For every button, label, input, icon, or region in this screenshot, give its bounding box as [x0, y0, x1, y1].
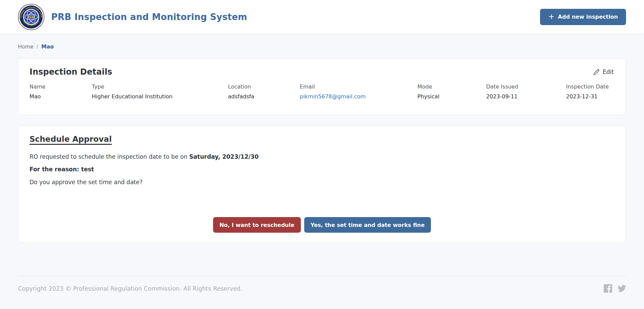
- add-new-inspection-button[interactable]: + Add new inspection: [540, 9, 626, 25]
- field-name-value: Mao: [29, 93, 88, 100]
- main-content: Home / Mao Inspection Details Edit Name …: [0, 34, 644, 243]
- copyright-text: Copyright 2023 © Professional Regulation…: [18, 285, 242, 292]
- field-mode-value: Physical: [417, 93, 482, 100]
- field-name: Name Mao: [29, 83, 92, 100]
- field-inspection-date-label: Inspection Date: [566, 83, 610, 90]
- field-type: Type Higher Educational Institution: [92, 83, 228, 100]
- field-type-label: Type: [92, 83, 224, 90]
- social-links: [604, 284, 626, 293]
- field-inspection-date: Inspection Date 2023-12-31: [566, 83, 615, 100]
- breadcrumb: Home / Mao: [18, 34, 626, 58]
- schedule-request-line: RO requested to schedule the inspection …: [29, 153, 615, 160]
- field-date-issued-label: Date Issued: [486, 83, 562, 90]
- schedule-request-date: Saturday, 2023/12/30: [189, 153, 259, 160]
- field-name-label: Name: [29, 83, 88, 90]
- field-email-label: Email: [300, 83, 413, 90]
- field-date-issued: Date Issued 2023-09-11: [486, 83, 566, 100]
- reschedule-button[interactable]: No, I want to reschedule: [213, 217, 301, 233]
- facebook-icon[interactable]: [604, 284, 612, 293]
- field-date-issued-value: 2023-09-11: [486, 93, 562, 100]
- field-mode-label: Mode: [417, 83, 482, 90]
- field-email: Email pikmin5678@gmail.com: [300, 83, 417, 100]
- schedule-approval-actions: No, I want to reschedule Yes, the set ti…: [29, 217, 615, 233]
- field-location-value: adsfadsfa: [228, 93, 296, 100]
- schedule-question-line: Do you approve the set time and date?: [29, 178, 615, 186]
- inspection-details-card: Inspection Details Edit Name Mao Type Hi…: [18, 58, 626, 115]
- twitter-icon[interactable]: [618, 284, 626, 293]
- breadcrumb-current: Mao: [41, 44, 54, 50]
- pencil-icon: [593, 69, 600, 75]
- app-header: PROFESSIONAL REGULATION COMMISSION REPUB…: [0, 0, 644, 34]
- approve-button[interactable]: Yes, the set time and date works fine: [304, 217, 431, 233]
- edit-button[interactable]: Edit: [593, 67, 615, 77]
- breadcrumb-separator: /: [37, 44, 38, 50]
- edit-label: Edit: [603, 69, 614, 75]
- page-title: PRB Inspection and Monitoring System: [51, 12, 247, 22]
- page-footer: Copyright 2023 © Professional Regulation…: [0, 276, 644, 302]
- plus-icon: +: [548, 13, 554, 20]
- field-location-label: Location: [228, 83, 296, 90]
- add-new-inspection-label: Add new inspection: [558, 14, 618, 20]
- inspection-details-title: Inspection Details: [29, 67, 112, 77]
- schedule-approval-body: RO requested to schedule the inspection …: [29, 153, 615, 186]
- field-location: Location adsfadsfa: [228, 83, 300, 100]
- field-mode: Mode Physical: [417, 83, 486, 100]
- schedule-approval-card: Schedule Approval RO requested to schedu…: [18, 125, 626, 243]
- schedule-request-text: RO requested to schedule the inspection …: [29, 153, 189, 160]
- prc-seal-logo: PROFESSIONAL REGULATION COMMISSION REPUB…: [18, 4, 44, 30]
- field-type-value: Higher Educational Institution: [92, 93, 224, 100]
- breadcrumb-home-link[interactable]: Home: [18, 44, 34, 50]
- schedule-reason-line: For the reason: test: [29, 166, 615, 173]
- inspection-fields-row: Name Mao Type Higher Educational Institu…: [29, 83, 615, 100]
- schedule-approval-title: Schedule Approval: [29, 135, 112, 143]
- field-email-value-link[interactable]: pikmin5678@gmail.com: [300, 93, 413, 100]
- field-inspection-date-value: 2023-12-31: [566, 93, 610, 100]
